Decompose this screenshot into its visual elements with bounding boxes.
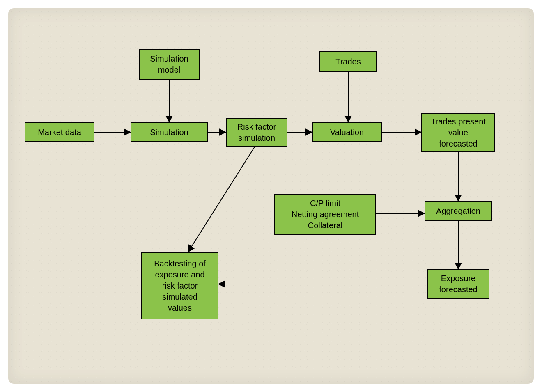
edges-layer bbox=[8, 8, 534, 384]
node-aggregation: Aggregation bbox=[425, 201, 492, 221]
node-simulation-model: Simulation model bbox=[139, 49, 200, 80]
node-tpv-forecast: Trades present value forecasted bbox=[421, 113, 495, 152]
node-risk-factor-sim: Risk factor simulation bbox=[226, 118, 287, 147]
node-valuation: Valuation bbox=[312, 122, 382, 142]
node-market-data: Market data bbox=[25, 122, 94, 142]
node-trades: Trades bbox=[319, 51, 377, 72]
node-exposure-forecast: Exposure forecasted bbox=[427, 269, 489, 299]
diagram-canvas: Market data Simulation model Simulation … bbox=[8, 8, 534, 384]
node-backtesting: Backtesting of exposure and risk factor … bbox=[141, 252, 218, 319]
node-cp-collateral: C/P limit Netting agreement Collateral bbox=[274, 194, 376, 235]
edge-risk_factor_sim-backtesting bbox=[188, 147, 255, 252]
node-simulation: Simulation bbox=[131, 122, 208, 142]
